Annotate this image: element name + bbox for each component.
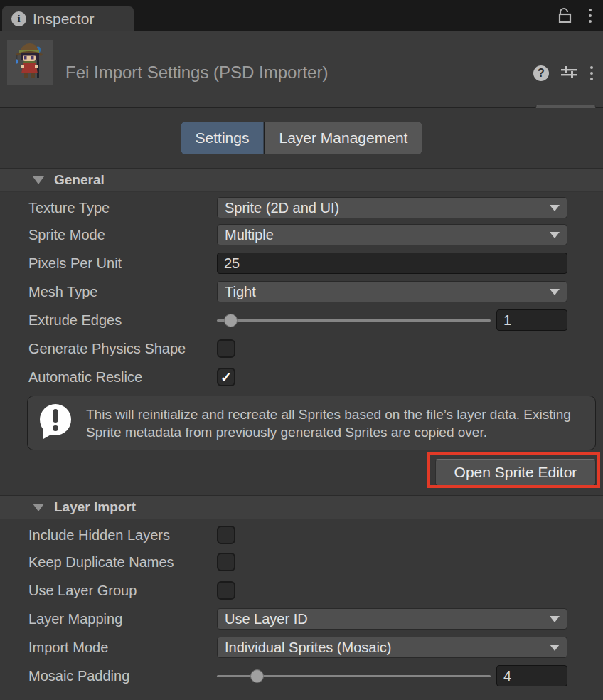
row-generate-physics-shape: Generate Physics Shape (0, 334, 603, 363)
row-sprite-mode: Sprite Mode Multiple (0, 221, 603, 249)
chevron-down-icon (550, 616, 560, 622)
mesh-type-dropdown[interactable]: Tight (217, 281, 567, 302)
mosaic-padding-input[interactable]: 4 (496, 665, 567, 686)
importer-tabsbar: Settings Layer Management (0, 108, 603, 168)
section-general-title: General (54, 172, 105, 188)
sprite-mode-value: Multiple (225, 227, 274, 243)
help-icon[interactable]: ? (533, 65, 549, 81)
reslice-info-box: This will reinitialize and recreate all … (27, 396, 596, 450)
inspector-tab-label: Inspector (33, 11, 94, 28)
inspector-tab[interactable]: i Inspector (2, 6, 134, 31)
slider-track (217, 319, 491, 322)
section-layer-import-title: Layer Import (54, 499, 136, 515)
extrude-edges-slider[interactable] (217, 309, 491, 331)
row-mesh-type: Mesh Type Tight (0, 277, 603, 306)
texture-type-label: Texture Type (0, 200, 217, 216)
chevron-down-icon (550, 205, 560, 211)
use-layer-group-label: Use Layer Group (0, 583, 217, 599)
chevron-down-icon (550, 232, 560, 238)
texture-type-dropdown[interactable]: Sprite (2D and UI) (217, 197, 567, 218)
use-layer-group-checkbox[interactable] (217, 581, 235, 600)
tab-settings[interactable]: Settings (181, 122, 264, 154)
automatic-reslice-label: Automatic Reslice (0, 369, 217, 386)
import-mode-label: Import Mode (0, 640, 217, 656)
asset-header: Fei Import Settings (PSD Importer) ? Ope… (0, 31, 603, 108)
generate-physics-shape-label: Generate Physics Shape (0, 341, 217, 357)
info-box-area: This will reinitialize and recreate all … (0, 391, 603, 451)
general-rows: Texture Type Sprite (2D and UI) Sprite M… (0, 192, 603, 391)
extrude-edges-label: Extrude Edges (0, 312, 217, 329)
mesh-type-label: Mesh Type (0, 284, 217, 300)
keep-duplicate-names-checkbox[interactable] (217, 553, 235, 571)
row-import-mode: Import Mode Individual Sprites (Mosaic) (0, 633, 603, 662)
row-pixels-per-unit: Pixels Per Unit 25 (0, 249, 603, 277)
asset-thumbnail[interactable] (7, 40, 53, 85)
layer-mapping-dropdown[interactable]: Use Layer ID (217, 608, 567, 630)
bottom-filler (0, 690, 603, 700)
generate-physics-shape-checkbox[interactable] (217, 339, 235, 358)
row-mosaic-padding: Mosaic Padding 4 (0, 662, 603, 690)
sprite-editor-row: Open Sprite Editor (0, 451, 603, 495)
automatic-reslice-checkbox[interactable]: ✓ (217, 368, 235, 386)
unlock-icon[interactable] (557, 7, 573, 24)
layer-mapping-label: Layer Mapping (0, 611, 217, 627)
include-hidden-layers-label: Include Hidden Layers (0, 527, 217, 543)
kebab-menu-icon[interactable] (589, 65, 594, 82)
presets-icon[interactable] (560, 64, 577, 83)
row-layer-mapping: Layer Mapping Use Layer ID (0, 605, 603, 633)
tab-layer-management[interactable]: Layer Management (265, 122, 422, 154)
keep-duplicate-names-label: Keep Duplicate Names (0, 554, 217, 571)
extrude-edges-input[interactable]: 1 (496, 309, 567, 331)
checkmark-icon: ✓ (220, 369, 232, 386)
kebab-menu-icon[interactable] (587, 7, 593, 24)
chevron-down-icon (550, 645, 560, 651)
import-mode-dropdown[interactable]: Individual Sprites (Mosaic) (217, 637, 567, 658)
row-include-hidden-layers: Include Hidden Layers (0, 519, 603, 548)
inspector-panel: i Inspector (0, 0, 603, 700)
layer-mapping-value: Use Layer ID (225, 611, 308, 627)
foldout-triangle-icon (33, 176, 44, 184)
chevron-down-icon (550, 289, 560, 295)
mosaic-padding-slider[interactable] (217, 665, 491, 686)
include-hidden-layers-checkbox[interactable] (217, 526, 235, 544)
section-general[interactable]: General (0, 168, 603, 192)
info-circle-icon: i (11, 11, 26, 26)
row-use-layer-group: Use Layer Group (0, 576, 603, 605)
section-layer-import[interactable]: Layer Import (0, 495, 603, 519)
window-titlebar: i Inspector (0, 0, 603, 31)
row-extrude-edges: Extrude Edges 1 (0, 306, 603, 334)
mosaic-padding-label: Mosaic Padding (0, 668, 217, 684)
mesh-type-value: Tight (225, 284, 256, 300)
sprite-mode-dropdown[interactable]: Multiple (217, 224, 567, 245)
import-mode-value: Individual Sprites (Mosaic) (225, 640, 392, 656)
open-sprite-editor-button[interactable]: Open Sprite Editor (435, 459, 596, 486)
sprite-mode-label: Sprite Mode (0, 227, 217, 243)
slider-knob[interactable] (250, 669, 264, 683)
pixels-per-unit-input[interactable]: 25 (217, 253, 567, 274)
row-automatic-reslice: Automatic Reslice ✓ (0, 363, 603, 391)
row-texture-type: Texture Type Sprite (2D and UI) (0, 192, 603, 221)
slider-knob[interactable] (224, 314, 238, 327)
info-box-text: This will reinitialize and recreate all … (86, 405, 584, 441)
texture-type-value: Sprite (2D and UI) (225, 200, 339, 216)
row-keep-duplicate-names: Keep Duplicate Names (0, 548, 603, 576)
pixels-per-unit-label: Pixels Per Unit (0, 255, 217, 272)
layer-import-rows: Include Hidden Layers Keep Duplicate Nam… (0, 519, 603, 690)
alert-bubble-icon (38, 402, 73, 445)
foldout-triangle-icon (33, 504, 44, 511)
asset-title: Fei Import Settings (PSD Importer) (65, 63, 328, 83)
